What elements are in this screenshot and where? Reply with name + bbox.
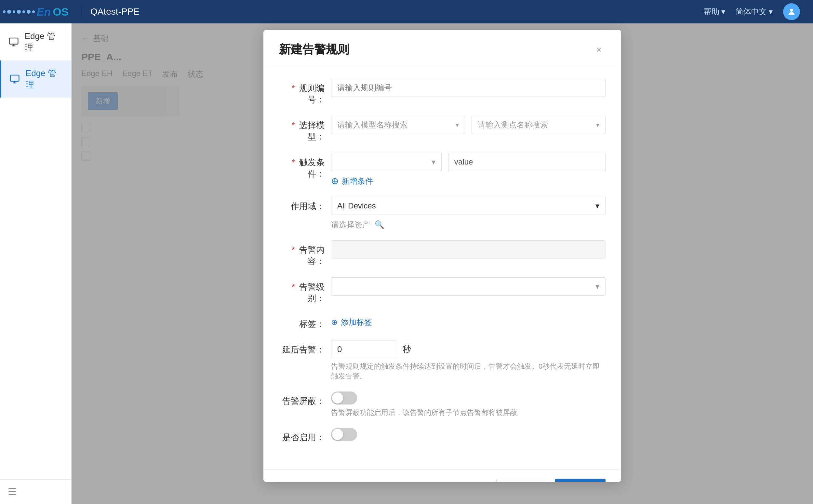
logo-en-text: En — [37, 6, 51, 18]
asset-label: 请选择资产 — [331, 219, 370, 230]
scope-row: 作用域： All Devices ▾ 请选择资产 🔍 — [279, 197, 606, 230]
scope-select-field[interactable]: All Devices ▾ — [331, 197, 606, 215]
logo-os-text: OS — [53, 6, 69, 18]
shield-label: 告警屏蔽： — [279, 391, 331, 407]
logo-dot — [17, 10, 21, 14]
sidebar: Edge 管理 Edge 管理 ☰ — [0, 23, 72, 504]
model-label: 选择模型： — [279, 116, 331, 142]
trigger-row: 触发条件： ▾ ⊕ 新增条件 — [279, 153, 606, 186]
svg-point-0 — [790, 9, 793, 12]
delay-hint-text: 告警规则规定的触发条件持续达到设置的时间后，告警才会触发。0秒代表无延时立即触发… — [331, 362, 606, 381]
rule-id-row: 规则编号： — [279, 79, 606, 105]
scope-chevron-icon: ▾ — [595, 201, 599, 210]
help-label: 帮助 — [704, 7, 719, 17]
create-alert-rule-modal: 新建告警规则 × 规则编号： 选择模型： — [263, 30, 621, 482]
sidebar-label-2: Edge 管理 — [26, 68, 63, 90]
level-control: ▾ — [331, 277, 606, 296]
modal-body: 规则编号： 选择模型： 请输入模型名称搜索 ▾ — [263, 67, 621, 469]
trigger-label: 触发条件： — [279, 153, 331, 179]
cancel-button[interactable]: 取 消 — [496, 479, 547, 482]
logo-dots — [3, 10, 35, 14]
model-point-select[interactable]: 请输入测点名称搜索 ▾ — [472, 116, 606, 134]
avatar[interactable] — [783, 3, 800, 20]
scope-label: 作用域： — [279, 197, 331, 212]
add-tag-button[interactable]: ⊕ 添加标签 — [331, 314, 606, 327]
model-control: 请输入模型名称搜索 ▾ 请输入测点名称搜索 ▾ — [331, 116, 606, 134]
shield-row: 告警屏蔽： 告警屏蔽功能启用后，该告警的所有子节点告警都将被屏蔽 — [279, 391, 606, 418]
help-menu[interactable]: 帮助 ▾ — [704, 7, 725, 17]
logo-dot — [13, 10, 15, 13]
project-name: QAtest-PPE — [90, 7, 140, 17]
modal-title: 新建告警规则 — [279, 42, 349, 58]
delay-control: 秒 告警规则规定的触发条件持续达到设置的时间后，告警才会触发。0秒代表无延时立即… — [331, 340, 606, 381]
rule-id-label: 规则编号： — [279, 79, 331, 105]
model-row: 选择模型： 请输入模型名称搜索 ▾ 请输入测点名称搜索 ▾ — [279, 116, 606, 142]
logo-dot — [7, 10, 11, 14]
asset-search-icon: 🔍 — [375, 220, 384, 229]
rule-id-control — [331, 79, 606, 97]
shield-toggle[interactable] — [331, 391, 357, 405]
logo-area: EnOS — [0, 0, 72, 23]
logo-dot — [27, 10, 31, 14]
asset-selector[interactable]: 请选择资产 🔍 — [331, 219, 606, 230]
enable-label: 是否启用： — [279, 428, 331, 443]
enos-logo: EnOS — [3, 6, 69, 18]
svg-rect-1 — [9, 38, 18, 44]
nav-right: 帮助 ▾ 简体中文 ▾ — [704, 3, 813, 20]
add-condition-plus-icon: ⊕ — [331, 176, 339, 186]
svg-rect-4 — [10, 75, 19, 81]
model-select-row: 请输入模型名称搜索 ▾ 请输入测点名称搜索 ▾ — [331, 116, 606, 134]
shield-hint-text: 告警屏蔽功能启用后，该告警的所有子节点告警都将被屏蔽 — [331, 408, 606, 418]
enable-toggle[interactable] — [331, 428, 357, 441]
sidebar-item-edge-mgmt-2[interactable]: Edge 管理 — [0, 60, 71, 98]
level-select-field[interactable]: ▾ — [331, 277, 606, 296]
add-condition-button[interactable]: ⊕ 新增条件 — [331, 176, 606, 186]
scope-value: All Devices — [337, 201, 376, 210]
model-point-chevron-icon: ▾ — [596, 121, 599, 129]
delay-input-field[interactable] — [331, 340, 396, 358]
language-menu[interactable]: 简体中文 ▾ — [736, 7, 773, 17]
lang-chevron-icon: ▾ — [769, 7, 773, 16]
menu-toggle-button[interactable]: ☰ — [0, 479, 71, 504]
modal-overlay: 新建告警规则 × 规则编号： 选择模型： — [72, 23, 813, 504]
nav-divider — [81, 5, 81, 18]
top-navigation: EnOS QAtest-PPE 帮助 ▾ 简体中文 ▾ — [0, 0, 813, 23]
logo-dot — [22, 10, 25, 13]
tags-label: 标签： — [279, 314, 331, 330]
edge-icon-2 — [9, 73, 20, 85]
content-input[interactable] — [331, 240, 606, 259]
rule-id-input[interactable] — [331, 79, 606, 97]
add-tag-label: 添加标签 — [341, 317, 372, 327]
modal-close-button[interactable]: × — [593, 43, 606, 56]
level-row: 告警级别： ▾ — [279, 277, 606, 304]
add-tag-plus-icon: ⊕ — [331, 318, 338, 327]
tags-control: ⊕ 添加标签 — [331, 314, 606, 327]
menu-icon: ☰ — [8, 486, 17, 497]
level-chevron-icon: ▾ — [595, 282, 599, 291]
level-label: 告警级别： — [279, 277, 331, 304]
delay-input-row: 秒 — [331, 340, 606, 358]
add-condition-label: 新增条件 — [342, 176, 373, 186]
edge-icon-1 — [8, 36, 20, 48]
sidebar-label-1: Edge 管理 — [25, 31, 63, 53]
trigger-condition-select[interactable]: ▾ — [331, 153, 442, 171]
model-name-chevron-icon: ▾ — [456, 121, 459, 129]
enable-row: 是否启用： — [279, 428, 606, 443]
content-label: 告警内容： — [279, 240, 331, 267]
trigger-chevron-icon: ▾ — [432, 157, 435, 166]
modal-header: 新建告警规则 × — [263, 30, 621, 67]
shield-control: 告警屏蔽功能启用后，该告警的所有子节点告警都将被屏蔽 — [331, 391, 606, 418]
delay-row: 延后告警： 秒 告警规则规定的触发条件持续达到设置的时间后，告警才会触发。0秒代… — [279, 340, 606, 381]
content-control — [331, 240, 606, 259]
help-chevron-icon: ▾ — [721, 7, 725, 16]
delay-unit-label: 秒 — [403, 344, 411, 355]
sidebar-item-edge-mgmt-1[interactable]: Edge 管理 — [0, 23, 71, 60]
confirm-button[interactable]: 确 定 — [555, 479, 606, 482]
enable-toggle-knob — [332, 429, 343, 440]
trigger-inputs: ▾ — [331, 153, 606, 171]
delay-label: 延后告警： — [279, 340, 331, 355]
trigger-value-input[interactable] — [448, 153, 606, 171]
modal-footer: 取 消 确 定 — [263, 469, 621, 482]
tags-row: 标签： ⊕ 添加标签 — [279, 314, 606, 330]
model-name-select[interactable]: 请输入模型名称搜索 ▾ — [331, 116, 465, 134]
